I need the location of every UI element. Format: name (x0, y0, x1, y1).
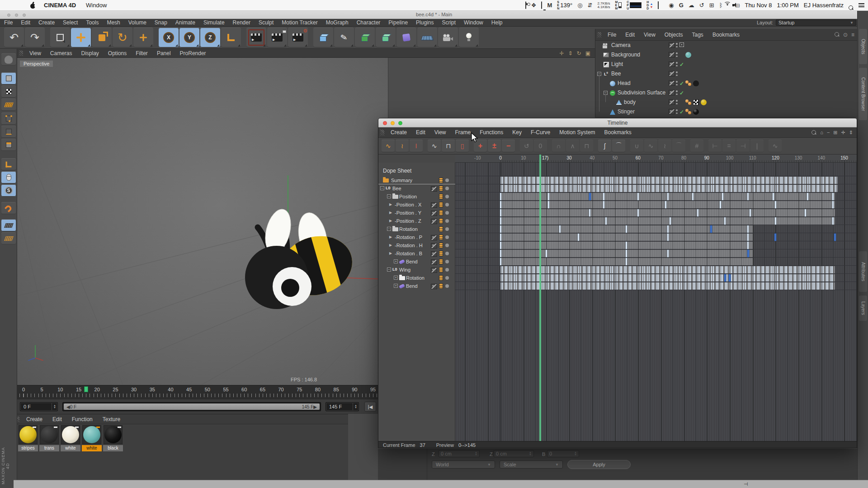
zero-button[interactable]: 0 (534, 140, 547, 152)
keyframe[interactable] (578, 234, 579, 241)
expander-icon[interactable]: + (394, 284, 398, 288)
enabled-check-icon[interactable]: ✓ (679, 61, 684, 68)
keyframe[interactable] (722, 193, 723, 200)
keyframe[interactable] (500, 217, 501, 225)
render-settings-button[interactable]: ⚙ (288, 28, 308, 47)
keyframe[interactable] (626, 225, 627, 233)
activity-graph[interactable] (658, 2, 659, 9)
keyframe-column-icon[interactable] (439, 186, 443, 191)
render-toggle-icon[interactable] (431, 235, 437, 240)
model-mode-button[interactable] (1, 72, 16, 84)
render-toggle-icon[interactable] (669, 42, 675, 48)
keyframe-column-icon[interactable] (439, 259, 443, 264)
keyframe[interactable] (637, 209, 639, 216)
keyframe[interactable] (697, 209, 698, 216)
object-row-subdivision-surface[interactable]: −Subdivision Surface✓ (595, 88, 857, 98)
volume-icon[interactable]: ))) (732, 3, 740, 8)
solo-dot-icon[interactable] (445, 187, 449, 190)
make-editable-button[interactable] (1, 53, 16, 66)
render-toggle-icon[interactable] (431, 202, 437, 208)
material-menu-texture[interactable]: Texture (98, 416, 125, 422)
material-trans-1[interactable]: trans (39, 425, 59, 451)
interp-linear-button[interactable]: ∧ (566, 140, 579, 152)
loop-continue-button[interactable]: ⌒ (672, 140, 685, 152)
phong-tag-icon[interactable] (685, 99, 692, 105)
keyframe[interactable] (720, 201, 721, 208)
material-white-2[interactable]: white (61, 425, 80, 451)
interp-step-button[interactable]: ⊓ (580, 140, 593, 152)
render-toggle-icon[interactable] (431, 243, 437, 249)
panel-grip[interactable] (597, 32, 601, 38)
timeline-menu-functions[interactable]: Functions (475, 129, 508, 136)
subdivision-surface-button[interactable] (355, 28, 375, 47)
solo-dot-icon[interactable] (445, 276, 449, 280)
render-toggle-icon[interactable] (431, 219, 437, 224)
quantize-magnet-button[interactable] (1, 202, 16, 214)
chevron-right-icon[interactable]: ▶ (389, 235, 392, 239)
keyframe[interactable] (667, 250, 669, 257)
menu-file[interactable]: File (0, 19, 17, 26)
visibility-dots-icon[interactable] (676, 80, 678, 86)
align-single-button[interactable]: ∣ (750, 140, 764, 152)
menu-create[interactable]: Create (34, 19, 59, 26)
timeline-menu-create[interactable]: Create (386, 129, 411, 136)
material-menu-edit[interactable]: Edit (47, 416, 67, 422)
list-icon[interactable]: ≡ (851, 32, 854, 38)
render-toggle-icon[interactable] (431, 251, 437, 257)
keyframe-selected[interactable] (774, 234, 776, 241)
render-toggle-icon[interactable] (431, 284, 437, 289)
render-toggle-icon[interactable] (431, 211, 437, 216)
cloud-upload-icon[interactable]: ☁ (689, 2, 694, 8)
loop-offset-button[interactable]: ∿ (644, 140, 657, 152)
solo-dot-icon[interactable] (445, 178, 449, 182)
keyframe-selected[interactable] (729, 274, 731, 282)
solo-dot-icon[interactable] (445, 203, 449, 206)
texture-tag-icon[interactable] (693, 80, 699, 86)
keyframe[interactable] (548, 193, 549, 200)
track-step-button[interactable]: ⊓ (442, 140, 455, 152)
render-toggle-icon[interactable] (431, 267, 437, 273)
uvw-tag-icon[interactable] (693, 99, 699, 105)
current-frame-marker[interactable] (84, 386, 88, 392)
keyframe[interactable] (500, 234, 501, 241)
track-row-rotation[interactable]: +Rotation (378, 274, 455, 282)
keyframe[interactable] (805, 209, 806, 216)
keyframe-selected[interactable] (710, 225, 712, 233)
coord-field[interactable]: 0 cm▲▼ (494, 450, 534, 457)
plus-box-icon[interactable]: ⊞ (833, 130, 837, 136)
search-icon[interactable] (811, 130, 816, 135)
enabled-check-icon[interactable]: ✓ (679, 80, 684, 87)
keyframe[interactable] (500, 258, 501, 265)
menu-motion-tracker[interactable]: Motion Tracker (278, 19, 321, 26)
viewport-menu-prorender[interactable]: ProRender (175, 50, 211, 56)
track-row-rotation-h[interactable]: ▶-Rotation . H (378, 241, 455, 249)
keyframe-column-icon[interactable] (439, 275, 443, 281)
axis-x-button[interactable]: X (159, 28, 179, 47)
keyframe-column-icon[interactable] (439, 178, 443, 183)
menu-volume[interactable]: Volume (124, 19, 151, 26)
search-icon[interactable] (835, 32, 840, 37)
menu-select[interactable]: Select (59, 19, 82, 26)
view-label[interactable]: Perspective (20, 61, 53, 67)
keyframe-column-icon[interactable] (439, 194, 443, 199)
menu-window-mac[interactable]: Window (86, 2, 107, 9)
keyframe-column-icon[interactable] (439, 218, 443, 224)
range-end-arrow[interactable]: ▶ (313, 404, 317, 409)
visibility-dots-icon[interactable] (676, 90, 678, 95)
track-row-position-x[interactable]: ▶-Position . X (378, 201, 455, 209)
om-menu-tags[interactable]: Tags (688, 32, 708, 38)
layout-dropdown[interactable]: Startup▼ (776, 19, 856, 26)
apply-button[interactable]: Apply (567, 460, 631, 469)
keyframe-column-icon[interactable] (439, 267, 443, 272)
screen-record-icon[interactable] (525, 2, 526, 9)
chevron-right-icon[interactable]: ▶ (389, 211, 392, 215)
dope-sheet-key-area[interactable] (455, 163, 857, 441)
dropbox-icon[interactable]: ❖ (531, 2, 537, 8)
keyframe[interactable] (832, 217, 834, 225)
generator-button[interactable] (376, 28, 396, 47)
keyframe[interactable] (626, 258, 627, 265)
track-row-position-y[interactable]: ▶-Position . Y (378, 209, 455, 217)
delete-keyframe-button[interactable]: − (502, 140, 515, 152)
material-white-3[interactable]: white (82, 425, 102, 451)
keyframe-column-icon[interactable] (439, 210, 443, 216)
